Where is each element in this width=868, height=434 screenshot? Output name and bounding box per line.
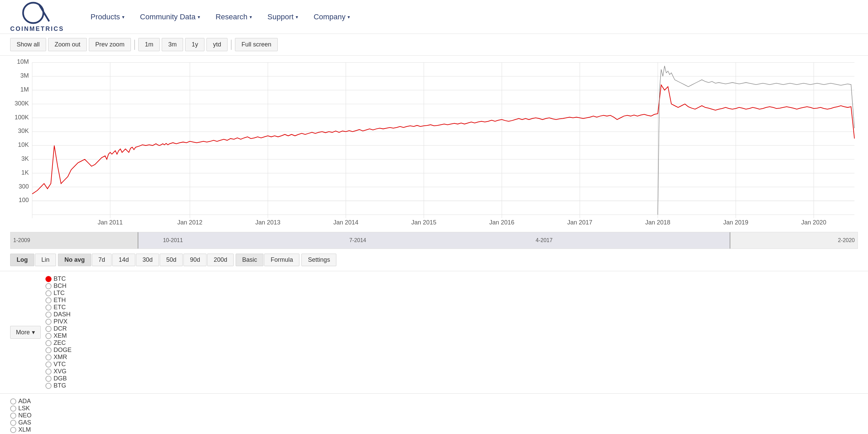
logo-icon: [20, 1, 54, 25]
log-button[interactable]: Log: [10, 254, 34, 266]
toolbar-divider-2: [231, 40, 232, 50]
coin-xvg[interactable]: XVG: [45, 368, 72, 375]
coin-dcr[interactable]: DCR: [45, 325, 72, 332]
coin-list-row2: ADALSKNEOGASXLMWAVESUSDToUSDTeUSDTtMAIDX…: [10, 398, 40, 434]
zoom-out-button[interactable]: Zoom out: [48, 38, 87, 51]
coin-list-row1: BTCBCHLTCETHETCDASHPIVXDCRXEMZECDOGEXMRV…: [45, 275, 72, 389]
coin-eth[interactable]: ETH: [45, 297, 72, 304]
coin-ada[interactable]: ADA: [10, 398, 40, 405]
coin-label-ada: ADA: [18, 398, 31, 405]
view-buttons: Basic Formula: [236, 254, 299, 266]
coin-bch[interactable]: BCH: [45, 282, 72, 290]
radio-lsk: [10, 406, 16, 412]
community-data-arrow-icon: ▾: [198, 14, 200, 20]
coin-pivx[interactable]: PIVX: [45, 318, 72, 325]
30d-button[interactable]: 30d: [136, 254, 159, 266]
coin-label-gas: GAS: [18, 419, 31, 426]
coin-vtc[interactable]: VTC: [45, 361, 72, 368]
more-label: More: [16, 329, 30, 336]
formula-button[interactable]: Formula: [264, 254, 299, 266]
timeline-label-3: 4-2017: [536, 237, 553, 243]
1y-button[interactable]: 1y: [185, 38, 204, 51]
7d-button[interactable]: 7d: [92, 254, 112, 266]
coin-label-xvg: XVG: [54, 368, 66, 375]
nav-research[interactable]: Research ▾: [210, 10, 258, 24]
coin-label-lsk: LSK: [18, 405, 30, 412]
chart-area: 10M 3M 1M 300K 100K 30K 10K 3K 1K 300 10…: [0, 56, 868, 232]
nav-support[interactable]: Support ▾: [261, 10, 304, 24]
50d-button[interactable]: 50d: [160, 254, 183, 266]
coin-doge[interactable]: DOGE: [45, 347, 72, 354]
coin-neo[interactable]: NEO: [10, 412, 40, 419]
coin-selector-row-1: More ▾ BTCBCHLTCETHETCDASHPIVXDCRXEMZECD…: [0, 271, 868, 394]
radio-xvg: [45, 369, 52, 375]
coin-lsk[interactable]: LSK: [10, 405, 40, 412]
full-screen-button[interactable]: Full screen: [235, 38, 278, 51]
radio-dcr: [45, 326, 52, 332]
svg-text:Jan 2013: Jan 2013: [255, 219, 280, 226]
more-arrow-icon: ▾: [32, 329, 35, 336]
coin-xmr[interactable]: XMR: [45, 354, 72, 361]
svg-text:30K: 30K: [18, 127, 29, 134]
coin-label-pivx: PIVX: [54, 318, 67, 325]
show-all-button[interactable]: Show all: [10, 38, 46, 51]
coin-btg[interactable]: BTG: [45, 382, 72, 389]
svg-text:Jan 2011: Jan 2011: [98, 219, 123, 226]
coin-btc[interactable]: BTC: [45, 275, 72, 282]
svg-text:3M: 3M: [20, 72, 29, 79]
coin-ltc[interactable]: LTC: [45, 290, 72, 297]
coin-etc[interactable]: ETC: [45, 304, 72, 311]
no-avg-button[interactable]: No avg: [58, 254, 91, 266]
coin-gas[interactable]: GAS: [10, 419, 40, 426]
svg-text:1M: 1M: [20, 86, 29, 93]
chart-toolbar: Show all Zoom out Prev zoom 1m 3m 1y ytd…: [0, 34, 868, 56]
svg-text:300K: 300K: [15, 100, 29, 107]
1m-button[interactable]: 1m: [138, 38, 160, 51]
200d-button[interactable]: 200d: [207, 254, 234, 266]
timeline-selection[interactable]: [138, 232, 731, 249]
coin-xlm[interactable]: XLM: [10, 426, 40, 433]
radio-gas: [10, 420, 16, 426]
settings-button[interactable]: Settings: [301, 254, 336, 266]
toolbar-divider-1: [134, 40, 135, 50]
svg-text:Jan 2018: Jan 2018: [645, 219, 670, 226]
radio-doge: [45, 347, 52, 353]
timeline-label-start: 1-2009: [13, 237, 30, 243]
radio-btg: [45, 383, 52, 389]
coin-label-neo: NEO: [18, 412, 32, 419]
coin-zec[interactable]: ZEC: [45, 339, 72, 347]
coin-label-bch: BCH: [54, 282, 66, 290]
radio-zec: [45, 340, 52, 346]
logo[interactable]: COINMETRICS: [10, 1, 64, 33]
coin-xem[interactable]: XEM: [45, 332, 72, 339]
coin-label-btc: BTC: [54, 275, 66, 282]
nav-products[interactable]: Products ▾: [84, 10, 131, 24]
svg-text:300: 300: [19, 183, 29, 190]
research-arrow-icon: ▾: [250, 14, 252, 20]
coin-label-xlm: XLM: [18, 426, 31, 433]
svg-text:Jan 2015: Jan 2015: [411, 219, 436, 226]
svg-text:Jan 2012: Jan 2012: [177, 219, 202, 226]
bottom-toolbar: Log Lin No avg 7d 14d 30d 50d 90d 200d B…: [0, 249, 868, 271]
nav-company[interactable]: Company ▾: [308, 10, 356, 24]
timeline-navigator[interactable]: 1-2009 10-2011 7-2014 4-2017 2-2020: [10, 232, 858, 249]
ytd-button[interactable]: ytd: [206, 38, 228, 51]
svg-text:Jan 2016: Jan 2016: [489, 219, 514, 226]
radio-vtc: [45, 361, 52, 368]
company-arrow-icon: ▾: [348, 14, 350, 20]
coin-dgb[interactable]: DGB: [45, 375, 72, 382]
radio-bch: [45, 283, 52, 289]
nav-community-data[interactable]: Community Data ▾: [134, 10, 206, 24]
basic-button[interactable]: Basic: [236, 254, 263, 266]
14d-button[interactable]: 14d: [112, 254, 135, 266]
radio-xem: [45, 333, 52, 339]
3m-button[interactable]: 3m: [162, 38, 183, 51]
prev-zoom-button[interactable]: Prev zoom: [89, 38, 131, 51]
90d-button[interactable]: 90d: [183, 254, 206, 266]
more-button[interactable]: More ▾: [10, 326, 41, 339]
main-chart: 10M 3M 1M 300K 100K 30K 10K 3K 1K 300 10…: [10, 59, 858, 229]
radio-ltc: [45, 290, 52, 296]
lin-button[interactable]: Lin: [35, 254, 56, 266]
coin-dash[interactable]: DASH: [45, 311, 72, 318]
radio-xmr: [45, 354, 52, 360]
